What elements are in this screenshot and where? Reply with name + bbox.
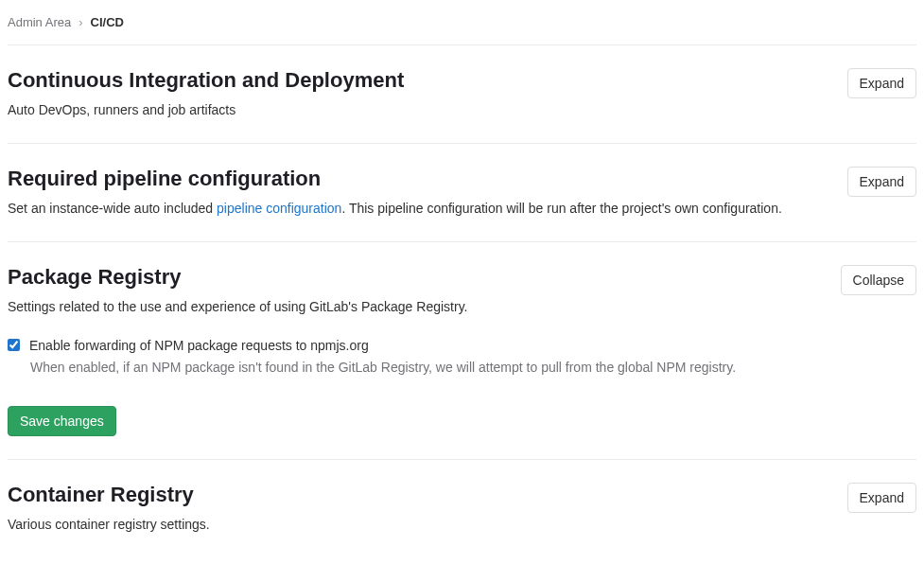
npm-forwarding-checkbox[interactable] bbox=[8, 339, 20, 351]
checkbox-row-npm: Enable forwarding of NPM package request… bbox=[8, 336, 916, 356]
section-header: Required pipeline configuration Set an i… bbox=[8, 167, 916, 219]
pipeline-config-link[interactable]: pipeline configuration bbox=[217, 201, 341, 216]
save-changes-button[interactable]: Save changes bbox=[8, 406, 116, 436]
section-header: Container Registry Various container reg… bbox=[8, 483, 916, 535]
section-title-container: Container Registry bbox=[8, 483, 210, 507]
desc-text-post: . This pipeline configuration will be ru… bbox=[341, 201, 781, 216]
section-title-ci: Continuous Integration and Deployment bbox=[8, 68, 404, 93]
breadcrumb: Admin Area › CI/CD bbox=[8, 8, 916, 45]
section-desc-ci: Auto DevOps, runners and job artifacts bbox=[8, 100, 404, 120]
npm-help-text: When enabled, if an NPM package isn't fo… bbox=[30, 358, 916, 378]
collapse-button-package[interactable]: Collapse bbox=[841, 265, 916, 295]
section-desc-package: Settings related to the use and experien… bbox=[8, 297, 467, 317]
expand-button-ci[interactable]: Expand bbox=[847, 68, 916, 98]
section-desc-container: Various container registry settings. bbox=[8, 515, 210, 535]
section-pipeline: Required pipeline configuration Set an i… bbox=[8, 144, 916, 242]
section-title-package: Package Registry bbox=[8, 265, 467, 290]
section-container: Container Registry Various container reg… bbox=[8, 460, 916, 557]
actions: Save changes bbox=[8, 406, 916, 436]
section-title-pipeline: Required pipeline configuration bbox=[8, 167, 782, 191]
section-header: Package Registry Settings related to the… bbox=[8, 265, 916, 317]
expand-button-pipeline[interactable]: Expand bbox=[847, 167, 916, 197]
chevron-right-icon: › bbox=[78, 15, 82, 29]
expand-button-container[interactable]: Expand bbox=[847, 483, 916, 513]
npm-forwarding-label[interactable]: Enable forwarding of NPM package request… bbox=[29, 336, 369, 356]
breadcrumb-current: CI/CD bbox=[91, 15, 124, 29]
section-package: Package Registry Settings related to the… bbox=[8, 242, 916, 460]
section-desc-pipeline: Set an instance-wide auto included pipel… bbox=[8, 199, 782, 219]
section-ci: Continuous Integration and Deployment Au… bbox=[8, 45, 916, 144]
section-body-package: Enable forwarding of NPM package request… bbox=[8, 336, 916, 436]
section-header: Continuous Integration and Deployment Au… bbox=[8, 68, 916, 120]
breadcrumb-parent-link[interactable]: Admin Area bbox=[8, 15, 71, 29]
desc-text-pre: Set an instance-wide auto included bbox=[8, 201, 217, 216]
